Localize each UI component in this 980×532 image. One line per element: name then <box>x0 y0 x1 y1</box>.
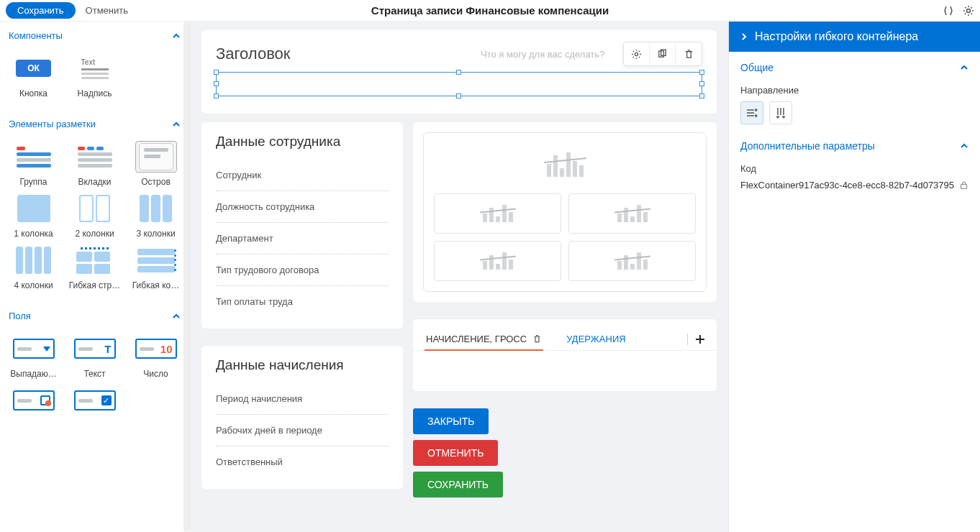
gear-icon[interactable] <box>963 5 974 17</box>
direction-column-button[interactable] <box>769 101 792 124</box>
field-period[interactable]: Период начисления <box>216 383 389 415</box>
layout-tabs[interactable]: Вкладки <box>64 138 125 190</box>
section-label: Поля <box>9 311 31 321</box>
code-label: Код <box>740 163 968 174</box>
cancel-button[interactable]: Отменить <box>86 5 128 16</box>
component-label: Выпадаю… <box>10 369 56 379</box>
field-number[interactable]: 10 Число <box>125 330 186 382</box>
tab-deductions[interactable]: УДЕРЖАНИЯ <box>565 328 627 350</box>
layout-3col[interactable]: 3 колонки <box>125 190 186 242</box>
action-buttons: ЗАКРЫТЬ ОТМЕНИТЬ СОХРАНИТЬ <box>413 408 717 497</box>
section-general[interactable]: Общие <box>740 62 968 73</box>
properties-panel: Настройки гибкого контейнера Общие Напра… <box>728 22 980 532</box>
section-components[interactable]: Компоненты <box>0 22 189 47</box>
chevron-up-icon <box>172 120 181 129</box>
lock-icon[interactable] <box>959 180 968 190</box>
layout-group[interactable]: Группа <box>3 138 64 190</box>
section-layout[interactable]: Элементы разметки <box>0 110 189 135</box>
design-canvas[interactable]: Заголовок Что я могу для вас сделать? <box>190 22 728 532</box>
add-tab-icon[interactable] <box>695 334 705 344</box>
close-button[interactable]: ЗАКРЫТЬ <box>413 408 489 434</box>
field-text[interactable]: T Текст <box>64 330 125 382</box>
settings-button[interactable] <box>624 42 650 65</box>
layout-flexrow[interactable]: Гибкая стр… <box>64 242 125 293</box>
field-responsible[interactable]: Ответственный <box>216 446 389 477</box>
page-title: Страница записи Финансовые компенсации <box>371 4 609 17</box>
section-label: Общие <box>740 62 773 73</box>
chevron-up-icon <box>960 142 968 150</box>
component-label: Текст <box>83 369 105 379</box>
cancel-action-button[interactable]: ОТМЕНИТЬ <box>413 440 498 466</box>
properties-title: Настройки гибкого контейнера <box>755 30 918 43</box>
selected-flex-container[interactable] <box>216 72 702 96</box>
chevron-up-icon <box>960 63 968 72</box>
component-label: Вкладки <box>78 177 111 187</box>
field-department[interactable]: Департамент <box>216 223 389 254</box>
tab-accrual[interactable]: НАЧИСЛЕНИЕ, ГРОСС <box>425 328 543 350</box>
section-label: Дополнительные параметры <box>740 140 875 152</box>
field-contract-type[interactable]: Тип трудового договора <box>216 254 389 286</box>
layout-1col[interactable]: 1 колонка <box>3 190 64 242</box>
component-label: 3 колонки <box>136 229 175 239</box>
section-label: Компоненты <box>9 30 63 41</box>
tab-label: НАЧИСЛЕНИЕ, ГРОСС <box>426 334 527 344</box>
employee-data-card[interactable]: Данные сотрудника Сотрудник Должность со… <box>201 122 403 329</box>
layout-island[interactable]: Остров <box>125 138 186 190</box>
field-employee[interactable]: Сотрудник <box>216 160 389 191</box>
header-title: Заголовок <box>216 45 290 63</box>
field-checkbox[interactable]: ✓ <box>64 382 125 419</box>
chevron-up-icon <box>172 312 181 321</box>
accrual-data-card[interactable]: Данные начисления Период начисления Рабо… <box>201 346 403 489</box>
component-button[interactable]: ОК Кнопка <box>3 50 64 101</box>
save-action-button[interactable]: СОХРАНИТЬ <box>413 472 503 497</box>
chevron-up-icon <box>172 32 181 40</box>
component-label[interactable]: Text Надпись <box>64 50 125 101</box>
component-label: Группа <box>19 177 47 187</box>
dashboard-card[interactable] <box>413 122 717 302</box>
svg-rect-4 <box>961 185 967 189</box>
field-payment-type[interactable]: Тип оплаты труда <box>216 286 389 317</box>
components-panel: Компоненты ОК Кнопка Text Надпись Элемен… <box>0 22 190 532</box>
code-icon[interactable] <box>943 5 954 17</box>
component-label: 2 колонки <box>75 229 114 239</box>
assistant-input[interactable]: Что я могу для вас сделать? <box>473 45 617 64</box>
component-label: 4 колонки <box>14 280 53 290</box>
field-datetime[interactable] <box>3 382 64 419</box>
section-advanced[interactable]: Дополнительные параметры <box>740 140 968 152</box>
properties-header[interactable]: Настройки гибкого контейнера <box>729 22 980 52</box>
svg-point-1 <box>635 52 638 55</box>
direction-row-button[interactable] <box>740 101 763 124</box>
component-label: Число <box>143 369 168 379</box>
field-dropdown[interactable]: Выпадаю… <box>3 330 64 382</box>
component-label: 1 колонка <box>14 229 53 239</box>
layout-2col[interactable]: 2 колонки <box>64 190 125 242</box>
layout-flexcol[interactable]: Гибкая ко… <box>125 242 186 293</box>
field-workdays[interactable]: Рабочих дней в периоде <box>216 415 389 446</box>
component-label: Остров <box>141 177 171 187</box>
svg-point-0 <box>967 9 971 12</box>
copy-button[interactable] <box>650 42 676 65</box>
component-label: Надпись <box>78 88 112 98</box>
section-label: Элементы разметки <box>9 119 96 129</box>
card-title: Данные начисления <box>216 357 389 373</box>
layout-4col[interactable]: 4 колонки <box>3 242 64 293</box>
chart-placeholder <box>423 132 707 292</box>
delete-button[interactable] <box>676 42 702 65</box>
section-fields[interactable]: Поля <box>0 302 189 327</box>
chevron-right-icon <box>740 32 748 41</box>
header-card[interactable]: Заголовок Что я могу для вас сделать? <box>201 30 717 114</box>
direction-label: Направление <box>740 85 968 96</box>
field-position[interactable]: Должность сотрудника <box>216 191 389 223</box>
tabs-card[interactable]: НАЧИСЛЕНИЕ, ГРОСС УДЕРЖАНИЯ <box>413 319 717 391</box>
card-title: Данные сотрудника <box>216 134 389 150</box>
top-toolbar: Сохранить Отменить Страница записи Финан… <box>0 0 980 22</box>
component-label: Гибкая стр… <box>69 280 121 290</box>
trash-icon[interactable] <box>532 334 542 344</box>
code-value: FlexContainer917ac93c-4ce8-ecc8-82b7-4d0… <box>740 180 955 191</box>
component-label: Кнопка <box>19 88 47 98</box>
save-button[interactable]: Сохранить <box>6 2 76 19</box>
component-label: Гибкая ко… <box>132 280 179 290</box>
